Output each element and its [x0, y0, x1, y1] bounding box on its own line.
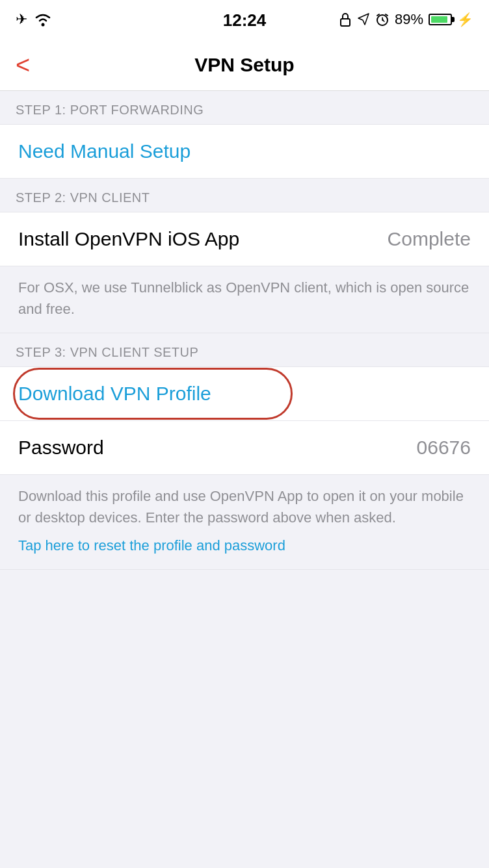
- battery-fill: [431, 16, 447, 23]
- page-title: VPN Setup: [194, 54, 294, 76]
- airplane-icon: ✈: [16, 11, 27, 28]
- empty-space: [0, 570, 489, 765]
- battery-percent: 89%: [395, 11, 423, 28]
- charging-icon: ⚡: [457, 12, 473, 27]
- step2-description: For OSX, we use Tunnelblick as OpenVPN c…: [0, 266, 489, 333]
- svg-rect-1: [341, 19, 350, 26]
- alarm-icon: [375, 12, 390, 27]
- reset-profile-link[interactable]: Tap here to reset the profile and passwo…: [18, 535, 471, 556]
- download-vpn-cell[interactable]: Download VPN Profile: [0, 366, 489, 421]
- lock-icon: [339, 12, 352, 27]
- password-value: 06676: [417, 437, 471, 459]
- status-right-icons: 89% ⚡: [339, 11, 473, 28]
- download-vpn-link[interactable]: Download VPN Profile: [18, 383, 211, 404]
- password-cell: Password 06676: [0, 421, 489, 475]
- install-openvpn-status: Complete: [388, 228, 471, 250]
- manual-setup-link[interactable]: Need Manual Setup: [18, 140, 191, 162]
- wifi-icon: [34, 12, 52, 27]
- svg-point-0: [42, 23, 45, 27]
- status-left-icons: ✈: [16, 11, 52, 28]
- step3-description: Download this profile and use OpenVPN Ap…: [0, 475, 489, 570]
- status-bar: ✈ 12:24 89% ⚡: [0, 0, 489, 39]
- password-label: Password: [18, 437, 104, 459]
- step1-cell[interactable]: Need Manual Setup: [0, 124, 489, 179]
- step3-header: STEP 3: VPN CLIENT SETUP: [0, 333, 489, 366]
- install-openvpn-cell: Install OpenVPN iOS App Complete: [0, 212, 489, 266]
- step2-header: STEP 2: VPN CLIENT: [0, 179, 489, 212]
- battery-icon: [429, 14, 452, 25]
- install-openvpn-label: Install OpenVPN iOS App: [18, 228, 239, 250]
- status-time: 12:24: [223, 10, 267, 31]
- step3-desc-text: Download this profile and use OpenVPN Ap…: [18, 488, 464, 526]
- step1-header: STEP 1: PORT FORWARDING: [0, 91, 489, 124]
- location-icon: [357, 12, 370, 27]
- back-button[interactable]: <: [16, 53, 30, 77]
- nav-bar: < VPN Setup: [0, 39, 489, 91]
